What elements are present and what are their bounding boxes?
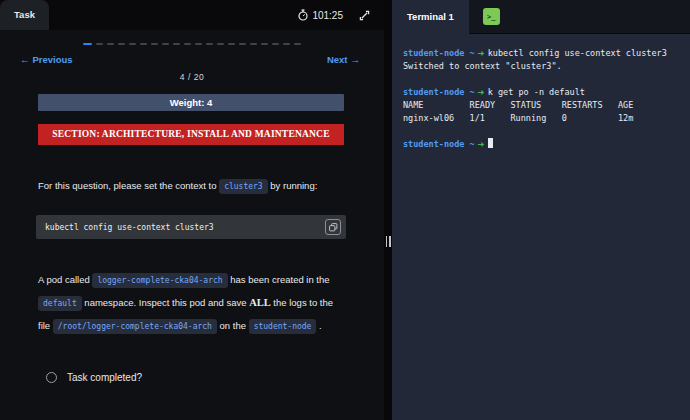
terminal-blank-line	[403, 125, 679, 138]
progress-dash[interactable]	[228, 43, 235, 45]
terminal-cursor	[488, 138, 493, 148]
tab-task[interactable]: Task	[0, 0, 49, 30]
terminal-output-line: Switched to context "cluster3".	[403, 60, 679, 73]
section-banner: SECTION: ARCHITECTURE, INSTALL AND MAINT…	[38, 124, 344, 145]
progress-dash[interactable]	[107, 43, 114, 45]
terminal-panel: Terminal 1 >_ student-node ~ ➜ kubectl c…	[392, 0, 690, 420]
terminal-output-line: NAME READY STATUS RESTARTS AGE	[403, 99, 679, 112]
terminal-screen[interactable]: student-node ~ ➜ kubectl config use-cont…	[392, 34, 690, 164]
progress-dash[interactable]	[96, 43, 103, 45]
terminal-output-line: nginx-wl06 1/1 Running 0 12m	[403, 112, 679, 125]
progress-dash[interactable]	[129, 43, 136, 45]
progress-dash[interactable]	[239, 43, 246, 45]
progress-dash[interactable]	[217, 43, 224, 45]
expand-icon[interactable]	[359, 10, 370, 21]
inline-code: student-node	[249, 319, 317, 334]
prompt-host: student-node ~	[403, 139, 475, 149]
next-button[interactable]: Next →	[327, 54, 360, 65]
terminal-prompt-line: student-node ~ ➜ kubectl config use-cont…	[403, 47, 679, 60]
prompt-arrow-icon: ➜	[475, 48, 488, 58]
terminal-blank-line	[403, 73, 679, 86]
timer-value: 101:25	[312, 10, 343, 21]
command-block: kubectl config use-context cluster3	[36, 215, 346, 239]
splitter-handle-icon[interactable]	[386, 236, 391, 247]
next-label: Next	[327, 54, 348, 65]
terminal-prompt-line: student-node ~ ➜	[403, 138, 679, 151]
inline-code: logger-complete-cka04-arch	[92, 273, 227, 288]
question-body: A pod called logger-complete-cka04-arch …	[38, 269, 346, 338]
copy-button[interactable]	[325, 219, 341, 235]
progress-dash[interactable]	[173, 43, 180, 45]
task-completed-radio[interactable]	[46, 372, 57, 383]
progress-dash[interactable]	[184, 43, 191, 45]
progress-dash[interactable]	[162, 43, 169, 45]
question-counter: 4 / 20	[0, 72, 384, 82]
progress-dash[interactable]	[118, 43, 125, 45]
task-panel: Task 101:25	[0, 0, 384, 420]
task-panel-header: Task 101:25	[0, 0, 384, 30]
terminal-prompt-line: student-node ~ ➜ k get po -n default	[403, 86, 679, 99]
terminal-command: kubectl config use-context cluster3	[488, 48, 667, 58]
progress-dash[interactable]	[283, 43, 290, 45]
prompt-host: student-node ~	[403, 48, 475, 58]
progress-dash[interactable]	[195, 43, 202, 45]
progress-dash[interactable]	[151, 43, 158, 45]
question-intro: For this question, please set the contex…	[38, 175, 346, 198]
app: Task 101:25	[0, 0, 690, 420]
weight-banner: Weight: 4	[38, 94, 344, 111]
terminal-app-icon[interactable]: >_	[483, 8, 500, 25]
progress-dash[interactable]	[140, 43, 147, 45]
prompt-arrow-icon: ➜	[475, 139, 488, 149]
terminal-header: Terminal 1 >_	[392, 0, 690, 34]
terminal-command: k get po -n default	[488, 87, 585, 97]
tab-task-label: Task	[14, 9, 35, 20]
stopwatch-icon	[298, 9, 308, 21]
prompt-arrow-icon: ➜	[475, 87, 488, 97]
inline-code: cluster3	[219, 179, 268, 194]
tab-terminal-1[interactable]: Terminal 1	[392, 0, 469, 34]
task-completed-row: Task completed?	[46, 372, 384, 383]
progress-dash[interactable]	[206, 43, 213, 45]
inline-code: /root/logger-complete-cka04-arch	[53, 319, 217, 334]
inline-code: default	[38, 296, 82, 311]
command-text: kubectl config use-context cluster3	[45, 223, 214, 232]
task-completed-label: Task completed?	[67, 372, 142, 383]
progress-dash[interactable]	[261, 43, 268, 45]
progress-dash[interactable]	[250, 43, 257, 45]
question-nav: ← Previous Next →	[0, 54, 384, 65]
previous-arrow-icon: ←	[20, 54, 30, 65]
next-arrow-icon: →	[351, 54, 361, 65]
progress-dash-active[interactable]	[83, 43, 92, 45]
session-timer: 101:25	[298, 9, 343, 21]
bold-text: ALL	[249, 297, 271, 308]
panel-splitter[interactable]	[384, 0, 392, 420]
progress-dots	[0, 43, 384, 45]
previous-label: Previous	[33, 54, 73, 65]
previous-button[interactable]: ← Previous	[20, 54, 73, 65]
copy-icon	[329, 223, 338, 232]
progress-dash[interactable]	[272, 43, 279, 45]
progress-dash[interactable]	[294, 43, 301, 45]
prompt-host: student-node ~	[403, 87, 475, 97]
tab-terminal-label: Terminal 1	[407, 11, 454, 22]
